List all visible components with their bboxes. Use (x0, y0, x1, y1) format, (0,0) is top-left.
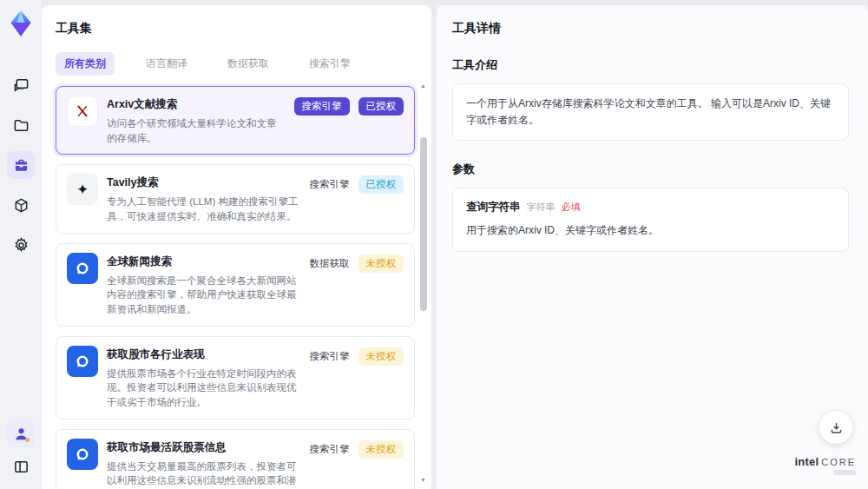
status-badge: 未授权 (358, 254, 404, 273)
nav-folder-icon[interactable] (7, 111, 35, 139)
download-arrow (833, 422, 838, 428)
list-scrollbar[interactable]: ▲ ▼ (419, 82, 427, 484)
arxiv-logo-icon (67, 96, 98, 127)
status-badge: 未授权 (358, 347, 404, 366)
status-badge: 未授权 (358, 440, 404, 459)
tool-card-most-active-stocks[interactable]: 获取市场最活跃股票信息 提供当天交易量最高的股票列表，投资者可以利用这些信息来识… (56, 429, 415, 489)
download-button[interactable] (819, 411, 852, 444)
tool-name: 全球新闻搜索 (107, 254, 301, 269)
params-heading: 参数 (452, 162, 849, 177)
category-label: 搜索引擎 (310, 350, 350, 363)
tavily-star-icon: ✦ (67, 174, 98, 205)
tool-name: 获取股市各行业表现 (107, 347, 301, 362)
global-news-logo-icon (67, 253, 98, 284)
param-required-label: 必填 (562, 201, 581, 214)
category-label: 数据获取 (310, 257, 350, 270)
tool-card-arxiv[interactable]: Arxiv文献搜索 访问各个研究领域大量科学论文和文章的存储库。 搜索引擎 已授… (56, 86, 415, 155)
tool-description: 提供当天交易量最高的股票列表，投资者可以利用这些信息来识别流动性强的股票和潜在的… (107, 459, 301, 489)
scroll-up-arrow-icon[interactable]: ▲ (420, 82, 426, 89)
nav-rail-bottom (7, 420, 35, 480)
category-badge: 搜索引擎 (294, 97, 350, 116)
tool-card-sector-performance[interactable]: 获取股市各行业表现 提供股票市场各个行业在特定时间段内的表现。投资者可以利用这些… (56, 336, 415, 420)
intel-wordmark: intel (794, 455, 819, 468)
scrollbar-thumb[interactable] (420, 137, 427, 311)
nav-settings-icon[interactable] (7, 231, 35, 259)
panel-toggle-icon[interactable] (7, 453, 35, 480)
stock-logo-icon (67, 346, 98, 377)
category-label: 搜索引擎 (310, 443, 350, 456)
tab-data-acquisition[interactable]: 数据获取 (219, 52, 278, 76)
intro-text: 一个用于从Arxiv存储库搜索科学论文和文章的工具。 输入可以是Arxiv ID… (466, 96, 835, 129)
status-badge: 已授权 (358, 175, 404, 194)
scroll-down-arrow-icon[interactable]: ▼ (420, 476, 426, 484)
tool-card-tavily[interactable]: ✦ Tavily搜索 专为人工智能代理 (LLM) 构建的搜索引擎工具，可快速提… (56, 164, 415, 233)
param-name: 查询字符串 (466, 200, 521, 215)
tab-all-categories[interactable]: 所有类别 (56, 52, 115, 76)
status-badge: 已授权 (358, 97, 404, 116)
tool-description: 全球新闻搜索是一个聚合全球各大新闻网站内容的搜索引擎，帮助用户快速获取全球最新资… (107, 274, 301, 317)
user-status-dot (25, 438, 30, 442)
tool-detail-panel: 工具详情 工具介绍 一个用于从Arxiv存储库搜索科学论文和文章的工具。 输入可… (437, 5, 868, 489)
category-tabs: 所有类别 语言翻译 数据获取 搜索引擎 (56, 52, 418, 76)
tool-description: 访问各个研究领域大量科学论文和文章的存储库。 (107, 116, 286, 145)
tool-list: Arxiv文献搜索 访问各个研究领域大量科学论文和文章的存储库。 搜索引擎 已授… (56, 86, 415, 489)
param-box: 查询字符串 字符串 必填 用于搜索的Arxiv ID、关键字或作者姓名。 (452, 188, 849, 251)
nav-cube-icon[interactable] (7, 191, 35, 219)
tool-name: Tavily搜索 (107, 175, 301, 190)
nav-items (7, 71, 35, 259)
tab-search-engine[interactable]: 搜索引擎 (300, 52, 359, 76)
intel-core-logo: intelCORE (794, 455, 856, 475)
stock-logo-icon (67, 439, 98, 470)
app-logo[interactable] (6, 9, 36, 38)
tools-panel-title: 工具集 (56, 21, 418, 36)
detail-panel-title: 工具详情 (452, 21, 849, 36)
main-content: 工具集 所有类别 语言翻译 数据获取 搜索引擎 Arxiv文献搜索 访问各个研究… (42, 0, 868, 489)
user-avatar-icon[interactable] (7, 420, 35, 447)
tools-panel: 工具集 所有类别 语言翻译 数据获取 搜索引擎 Arxiv文献搜索 访问各个研究… (42, 5, 431, 489)
app-window: 工具集 所有类别 语言翻译 数据获取 搜索引擎 Arxiv文献搜索 访问各个研究… (0, 0, 868, 489)
intro-box: 一个用于从Arxiv存储库搜索科学论文和文章的工具。 输入可以是Arxiv ID… (452, 83, 849, 141)
tool-card-global-news[interactable]: 全球新闻搜索 全球新闻搜索是一个聚合全球各大新闻网站内容的搜索引擎，帮助用户快速… (56, 243, 415, 327)
nav-toolbox-icon[interactable] (7, 151, 35, 179)
nav-chat-icon[interactable] (7, 71, 35, 99)
nav-rail (0, 0, 42, 489)
tool-description: 专为人工智能代理 (LLM) 构建的搜索引擎工具，可快速提供实时、准确和真实的结… (107, 195, 301, 223)
category-label: 搜索引擎 (310, 178, 350, 191)
intro-heading: 工具介绍 (452, 57, 849, 73)
param-description: 用于搜索的Arxiv ID、关键字或作者姓名。 (466, 222, 835, 239)
tab-language-translation[interactable]: 语言翻译 (137, 52, 196, 76)
tool-name: Arxiv文献搜索 (107, 97, 286, 112)
tool-description: 提供股票市场各个行业在特定时间段内的表现。投资者可以利用这些信息来识别表现优于或… (107, 367, 301, 410)
scrollbar-track[interactable] (420, 89, 427, 476)
tool-name: 获取市场最活跃股票信息 (107, 440, 301, 455)
core-wordmark: CORE (821, 457, 856, 467)
brand-sub-badge (833, 470, 856, 475)
param-type: 字符串 (527, 201, 556, 214)
